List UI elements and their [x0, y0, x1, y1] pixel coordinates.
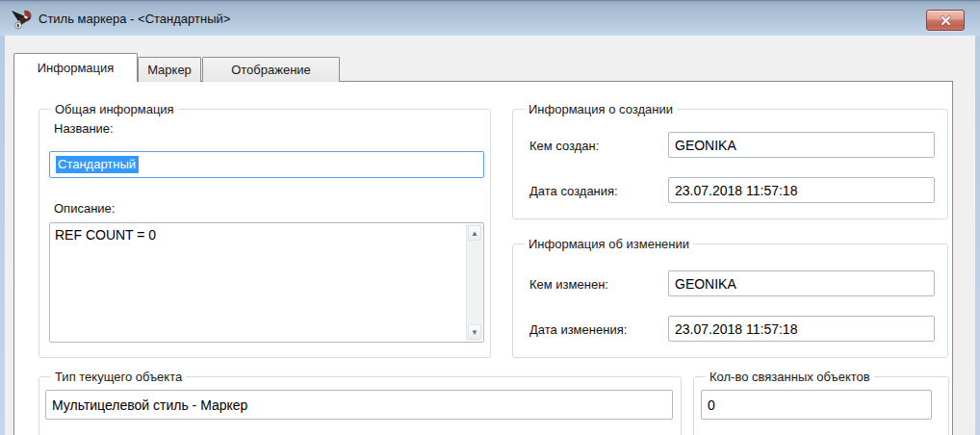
modification-date-label: Дата изменения: — [529, 322, 627, 337]
window-title: Стиль маркера - <Стандартный> — [39, 12, 230, 26]
creation-date-input[interactable]: 23.07.2018 11:57:18 — [668, 177, 935, 203]
modification-date-value: 23.07.2018 11:57:18 — [675, 321, 797, 337]
tab-display[interactable]: Отображение — [202, 57, 340, 82]
linked-objects-count-value: 0 — [708, 397, 715, 413]
tab-marker-label: Маркер — [147, 63, 192, 77]
close-button[interactable] — [926, 10, 965, 31]
modified-by-input[interactable]: GEONIKA — [668, 270, 935, 296]
group-creation-legend: Информация о создании — [525, 102, 677, 116]
creation-date-value: 23.07.2018 11:57:18 — [675, 183, 797, 198]
style-name-input[interactable]: Стандартный — [49, 151, 484, 178]
selected-name-text: Стандартный — [56, 156, 139, 173]
linked-objects-count-input[interactable]: 0 — [701, 390, 932, 420]
scroll-down-icon[interactable]: ▼ — [468, 324, 481, 340]
close-x-icon — [940, 15, 952, 26]
object-type-value: Мультицелевой стиль - Маркер — [52, 397, 247, 413]
modification-date-input[interactable]: 23.07.2018 11:57:18 — [668, 316, 935, 342]
description-text: REF COUNT = 0 — [55, 227, 156, 243]
tab-marker[interactable]: Маркер — [138, 57, 201, 82]
tab-information[interactable]: Информация — [13, 53, 138, 82]
group-linked-objects-legend: Кол-во связанных объектов — [706, 370, 874, 384]
group-modification-legend: Информация об изменении — [525, 237, 693, 251]
modified-by-label: Кем изменен: — [529, 277, 608, 292]
scroll-up-icon[interactable]: ▲ — [468, 225, 481, 241]
description-label: Описание: — [54, 201, 115, 216]
group-object-type-legend: Тип текущего объекта — [51, 370, 186, 384]
tab-display-label: Отображение — [231, 63, 311, 77]
object-type-input[interactable]: Мультицелевой стиль - Маркер — [45, 390, 673, 420]
marker-style-dialog: Стиль маркера - <Стандартный> Информация… — [0, 0, 980, 435]
app-swallow-logo-icon — [11, 7, 36, 32]
creation-date-label: Дата создания: — [529, 184, 618, 198]
created-by-input[interactable]: GEONIKA — [668, 132, 935, 158]
description-scrollbar[interactable]: ▲ ▼ — [466, 224, 482, 341]
created-by-value: GEONIKA — [675, 138, 736, 153]
created-by-label: Кем создан: — [529, 139, 599, 153]
modified-by-value: GEONIKA — [675, 276, 736, 292]
titlebar[interactable]: Стиль маркера - <Стандартный> — [0, 0, 980, 36]
window-frame-right — [975, 36, 980, 435]
description-textarea[interactable]: REF COUNT = 0 ▲ ▼ — [49, 222, 484, 343]
name-label: Название: — [54, 121, 114, 136]
group-general-legend: Общая информация — [51, 102, 178, 116]
tab-information-label: Информация — [38, 61, 115, 75]
